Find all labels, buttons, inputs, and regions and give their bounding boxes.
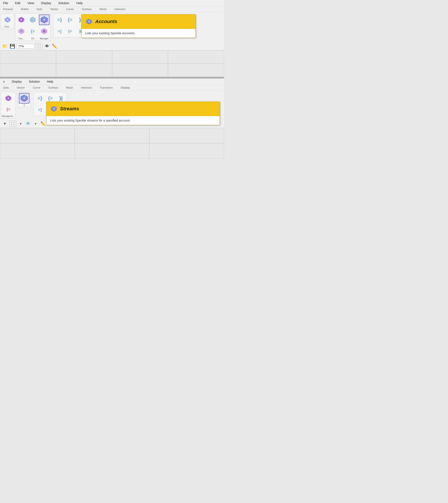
canvas-cell-b6 xyxy=(149,143,224,159)
svg-text:R: R xyxy=(32,18,34,22)
brace-icon-1: ≡} xyxy=(57,17,62,23)
svg-point-20 xyxy=(44,19,45,20)
bottom-toolbar: {≡ Manageme... U xyxy=(0,91,224,120)
tab-sets-b[interactable]: Sets xyxy=(2,85,10,90)
brace-icon-5: {≡ xyxy=(68,29,72,34)
speckle-icon-4 xyxy=(40,27,48,35)
menu-display-b[interactable]: Display xyxy=(11,79,23,84)
eye-glyph-b: 👁 xyxy=(26,121,31,127)
speckle-icon-2 xyxy=(17,16,25,24)
tooltip-desc-bottom: Lists your existing Speckle streams for … xyxy=(50,119,130,122)
bottom-tooltip: Streams Lists your existing Speckle stre… xyxy=(46,102,220,125)
top-canvas-area xyxy=(0,50,224,77)
brace-icon-b3: }| xyxy=(59,96,63,101)
brace-small-icon: {≡ xyxy=(6,107,10,112)
speckle-icon-b2 xyxy=(20,94,28,102)
top-zoom-bar: 📁 💾 77% ⛶ 👁 ✏️ xyxy=(0,42,224,50)
menu-help[interactable]: Help xyxy=(75,1,83,5)
folder-icon[interactable]: 📁 xyxy=(2,43,8,49)
menu-display[interactable]: Display xyxy=(40,1,52,5)
brace-btn-1[interactable]: ≡} xyxy=(54,15,65,25)
brace-btn-4[interactable]: ≡] xyxy=(54,26,65,36)
tab-display-b[interactable]: Display xyxy=(120,85,131,90)
speckle-icon-manager xyxy=(40,16,48,24)
pencil-glyph-b: ✏️ xyxy=(40,121,46,126)
tool-brace-b[interactable]: {≡ xyxy=(3,104,14,114)
brace-col-b1: ≡} ≡] xyxy=(34,93,45,115)
brace-btn-2[interactable]: {≡ xyxy=(65,15,75,25)
menu-edit[interactable]: Edit xyxy=(14,1,21,5)
menu-help-b[interactable]: Help xyxy=(46,79,54,84)
tab-intersect[interactable]: Intersect xyxy=(113,7,126,11)
zoom-fit-btn-top[interactable]: ⛶ xyxy=(36,43,43,49)
tool-r-btn[interactable]: R ||| xyxy=(28,15,38,25)
eye-icon-b[interactable]: 👁 xyxy=(25,121,31,127)
eye-dropdown-glyph: ▼ xyxy=(34,122,37,125)
tab-intersect-b[interactable]: Intersect xyxy=(80,85,93,90)
top-tab-bar: Params Maths Sets Vector Curve Surface M… xyxy=(0,6,224,12)
label-io: I/O xyxy=(28,37,38,40)
bottom-menu-bar: v Display Solution Help xyxy=(0,79,224,85)
tab-surface-b[interactable]: Surface xyxy=(48,85,59,90)
tool-con-small[interactable] xyxy=(39,26,49,36)
canvas-cell-1 xyxy=(0,50,56,64)
brace-icon-b4: ≡] xyxy=(38,108,42,112)
tool-brace-small[interactable]: {≡ xyxy=(28,26,38,36)
brace-btn-b4[interactable]: ≡] xyxy=(34,104,45,115)
brace-icon-4: ≡] xyxy=(58,29,62,34)
eye-icon-top[interactable]: 👁 xyxy=(44,43,50,49)
brace-btn-b1[interactable]: ≡} xyxy=(34,93,45,104)
menu-solution[interactable]: Solution xyxy=(57,1,70,5)
tool-con-btn[interactable] xyxy=(16,15,27,25)
zoom-fit-btn-b[interactable]: ⛶ xyxy=(9,121,16,127)
tab-curve-b[interactable]: Curve xyxy=(32,85,41,90)
tab-transform-b[interactable]: Transform xyxy=(99,85,114,90)
fit-icon-b: ⛶ xyxy=(11,122,14,126)
dropdown-icon-b[interactable]: ▼ xyxy=(2,121,8,127)
pencil-icon-top[interactable]: ✏️ xyxy=(51,43,58,49)
top-section: File Edit View Display Solution Help Par… xyxy=(0,0,224,77)
tool-group-manageme: {≡ Manageme... xyxy=(1,92,16,118)
tab-vector[interactable]: Vector xyxy=(49,7,59,11)
pencil-glyph: ✏️ xyxy=(52,44,57,49)
tool-speckle-btn-b1[interactable] xyxy=(3,93,14,104)
tool-sub-speckle[interactable]: S ||| xyxy=(16,26,27,36)
tab-sets[interactable]: Sets xyxy=(36,7,43,11)
canvas-cell-6 xyxy=(56,64,112,77)
tab-vector-b[interactable]: Vector xyxy=(16,85,26,90)
tooltip-body-bottom: Lists your existing Speckle streams for … xyxy=(46,116,220,125)
speckle-icon-1 xyxy=(3,16,11,24)
canvas-cell-8 xyxy=(168,64,224,77)
tab-mesh[interactable]: Mesh xyxy=(99,7,108,11)
tool-cont-btn[interactable] xyxy=(2,15,13,25)
brace-btn-5[interactable]: {≡ xyxy=(65,26,75,36)
bottom-canvas-area xyxy=(0,128,224,159)
menu-view[interactable]: View xyxy=(27,1,35,5)
svg-point-3 xyxy=(7,19,8,21)
svg-point-26 xyxy=(89,21,90,22)
tool-col-3: Manager xyxy=(39,15,49,40)
eye-dropdown-b[interactable]: ▼ xyxy=(32,121,39,127)
top-toolbar: Cont... xyxy=(0,12,224,42)
tab-mesh-b[interactable]: Mesh xyxy=(65,85,74,90)
tool-manager-btn[interactable] xyxy=(39,15,49,25)
tooltip-title-top: Accounts xyxy=(95,19,117,24)
brace-icon-b2: {≡ xyxy=(48,96,53,101)
save-icon[interactable]: 💾 xyxy=(9,43,16,49)
pencil-icon-b[interactable]: ✏️ xyxy=(40,121,46,127)
tool-manager-btn-b[interactable] xyxy=(19,93,30,104)
menu-file[interactable]: File xyxy=(2,1,9,5)
label-con: Con... xyxy=(16,37,27,40)
menu-solution-b[interactable]: Solution xyxy=(28,79,41,84)
fit-dropdown-arrow[interactable]: ▼ xyxy=(17,121,24,127)
tab-curve[interactable]: Curve xyxy=(65,7,75,11)
eye-glyph: 👁 xyxy=(45,44,49,49)
tab-maths[interactable]: Maths xyxy=(20,7,30,11)
zoom-input-top[interactable]: 77% xyxy=(17,44,34,49)
fit-dropdown-group: ▼ xyxy=(17,121,24,127)
label-u: U xyxy=(24,104,25,106)
tab-params[interactable]: Params xyxy=(2,7,14,11)
fit-icon: ⛶ xyxy=(38,44,41,48)
menu-v[interactable]: v xyxy=(2,79,5,84)
tab-surface[interactable]: Surface xyxy=(81,7,93,11)
